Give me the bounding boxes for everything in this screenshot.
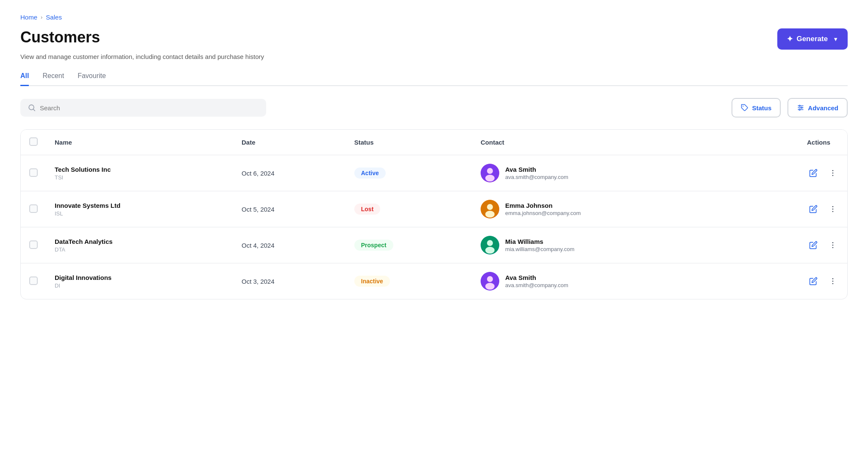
search-input[interactable] xyxy=(40,104,259,112)
tab-recent[interactable]: Recent xyxy=(42,72,64,86)
contact-email: emma.johnson@company.com xyxy=(505,210,581,216)
row-actions-cell xyxy=(737,227,847,263)
table-row: Tech Solutions Inc TSI Oct 6, 2024 Activ… xyxy=(21,155,847,191)
status-filter-button[interactable]: Status xyxy=(732,98,781,117)
svg-point-6 xyxy=(799,105,801,106)
status-badge: Lost xyxy=(354,204,381,215)
row-checkbox-cell xyxy=(21,155,46,191)
dots-vertical-icon xyxy=(829,169,837,177)
breadcrumb-home[interactable]: Home xyxy=(20,14,37,21)
status-badge: Prospect xyxy=(354,240,393,251)
company-code: ISL xyxy=(55,210,225,217)
company-code: DI xyxy=(55,282,225,289)
company-name: DataTech Analytics xyxy=(55,238,225,245)
svg-point-16 xyxy=(487,204,493,210)
row-checkbox[interactable] xyxy=(29,168,38,177)
tab-bar: All Recent Favourite xyxy=(20,72,848,86)
row-status-cell: Prospect xyxy=(346,227,472,263)
generate-label: Generate xyxy=(796,35,828,43)
breadcrumb-sales[interactable]: Sales xyxy=(46,14,62,21)
generate-button[interactable]: ✦ Generate ▼ xyxy=(777,28,848,50)
svg-point-26 xyxy=(832,247,834,249)
edit-button[interactable] xyxy=(807,275,819,287)
contact-name: Ava Smith xyxy=(505,166,568,173)
svg-point-22 xyxy=(487,240,493,246)
edit-icon xyxy=(809,205,818,213)
avatar xyxy=(481,164,499,182)
contact-email: ava.smith@company.com xyxy=(505,174,568,180)
toolbar: Status Advanced xyxy=(20,98,848,117)
search-icon xyxy=(28,104,36,112)
row-date-cell: Oct 6, 2024 xyxy=(233,155,346,191)
header-checkbox[interactable] xyxy=(29,137,38,146)
company-name: Digital Innovations xyxy=(55,274,225,281)
contact-name: Emma Johnson xyxy=(505,202,581,209)
row-contact-cell: Ava Smith ava.smith@company.com xyxy=(472,263,737,299)
status-badge: Inactive xyxy=(354,276,390,287)
contact-email: ava.smith@company.com xyxy=(505,282,568,288)
more-options-button[interactable] xyxy=(827,239,839,251)
row-checkbox[interactable] xyxy=(29,204,38,213)
status-badge: Active xyxy=(354,168,386,179)
row-contact-cell: Mia Williams mia.williams@company.com xyxy=(472,227,737,263)
contact-name: Mia Williams xyxy=(505,238,574,245)
edit-icon xyxy=(809,277,818,285)
row-date-cell: Oct 4, 2024 xyxy=(233,227,346,263)
more-options-button[interactable] xyxy=(827,203,839,215)
table-row: Innovate Systems Ltd ISL Oct 5, 2024 Los… xyxy=(21,191,847,227)
row-contact-cell: Ava Smith ava.smith@company.com xyxy=(472,155,737,191)
row-contact-cell: Emma Johnson emma.johnson@company.com xyxy=(472,191,737,227)
tab-all[interactable]: All xyxy=(20,72,29,86)
tag-icon xyxy=(741,104,748,112)
svg-point-17 xyxy=(485,211,495,218)
row-company-cell: Innovate Systems Ltd ISL xyxy=(46,191,233,227)
dots-vertical-icon xyxy=(829,205,837,213)
table-header-row: Name Date Status Contact Actions xyxy=(21,130,847,155)
table-row: Digital Innovations DI Oct 3, 2024 Inact… xyxy=(21,263,847,299)
search-box xyxy=(20,99,266,117)
contact-email: mia.williams@company.com xyxy=(505,246,574,252)
svg-point-29 xyxy=(485,283,495,290)
more-options-button[interactable] xyxy=(827,275,839,287)
breadcrumb-separator: › xyxy=(41,14,42,20)
edit-button[interactable] xyxy=(807,239,819,251)
svg-point-28 xyxy=(487,276,493,282)
page-subtitle: View and manage customer information, in… xyxy=(20,53,848,60)
edit-button[interactable] xyxy=(807,203,819,215)
svg-point-2 xyxy=(743,106,744,106)
svg-line-1 xyxy=(33,109,35,111)
tab-favourite[interactable]: Favourite xyxy=(78,72,106,86)
more-options-button[interactable] xyxy=(827,167,839,179)
th-actions: Actions xyxy=(737,130,847,155)
svg-point-7 xyxy=(801,107,802,109)
svg-point-25 xyxy=(832,245,834,246)
row-company-cell: Digital Innovations DI xyxy=(46,263,233,299)
contact-name: Ava Smith xyxy=(505,274,568,281)
header-text: Customers xyxy=(20,28,100,46)
page-header: Customers ✦ Generate ▼ xyxy=(20,28,848,50)
row-checkbox-cell xyxy=(21,227,46,263)
table-row: DataTech Analytics DTA Oct 4, 2024 Prosp… xyxy=(21,227,847,263)
company-name: Innovate Systems Ltd xyxy=(55,202,225,209)
advanced-filter-label: Advanced xyxy=(808,104,838,112)
row-date-cell: Oct 5, 2024 xyxy=(233,191,346,227)
svg-point-19 xyxy=(832,209,834,210)
row-actions-cell xyxy=(737,191,847,227)
svg-point-14 xyxy=(832,175,834,176)
row-checkbox[interactable] xyxy=(29,277,38,285)
row-company-cell: Tech Solutions Inc TSI xyxy=(46,155,233,191)
row-checkbox[interactable] xyxy=(29,240,38,249)
avatar xyxy=(481,236,499,254)
customers-table: Name Date Status Contact Actions Tech So… xyxy=(20,129,848,299)
row-company-cell: DataTech Analytics DTA xyxy=(46,227,233,263)
svg-point-13 xyxy=(832,173,834,174)
svg-point-8 xyxy=(799,109,801,110)
svg-point-11 xyxy=(485,175,495,182)
row-checkbox-cell xyxy=(21,191,46,227)
row-status-cell: Inactive xyxy=(346,263,472,299)
row-checkbox-cell xyxy=(21,263,46,299)
advanced-filter-button[interactable]: Advanced xyxy=(787,98,848,117)
svg-point-18 xyxy=(832,206,834,207)
th-name: Name xyxy=(46,130,233,155)
edit-button[interactable] xyxy=(807,167,819,179)
